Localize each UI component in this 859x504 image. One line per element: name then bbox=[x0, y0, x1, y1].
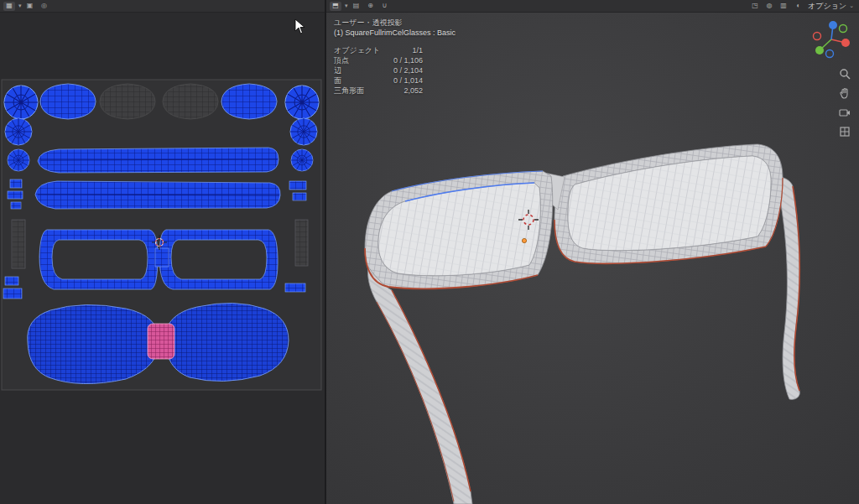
object-label: (1) SquareFullrimCelGlasses : Basic bbox=[334, 28, 456, 38]
navigation-gizmo[interactable] bbox=[809, 17, 854, 62]
options-dropdown[interactable]: オプション ⌄ bbox=[806, 1, 856, 12]
mode-select-icon[interactable]: ▤ bbox=[351, 2, 362, 11]
snap-magnet-icon[interactable]: ∪ bbox=[379, 2, 391, 11]
blender-window: ▦ ▾ ▣ ◎ bbox=[0, 0, 859, 504]
stat-triangles: 三角形面 2,052 bbox=[334, 86, 456, 96]
axis-y-handle bbox=[815, 46, 824, 55]
image-menu-icon[interactable]: ▣ bbox=[24, 2, 36, 11]
stat-faces: 面 0 / 1,014 bbox=[334, 75, 456, 86]
viewport-overlay: ユーザー・透視投影 (1) SquareFullrimCelGlasses : … bbox=[334, 18, 456, 96]
axis-neg-z-handle bbox=[826, 50, 834, 58]
viewport-header: ⬒ ▾ ▤ ⊕ ∪ ◳ ◍ ▥ ◖ オプション ⌄ bbox=[326, 0, 859, 13]
object-origin-dot bbox=[522, 238, 526, 242]
camera-view-icon[interactable] bbox=[838, 106, 851, 118]
pane-divider[interactable] bbox=[325, 0, 326, 504]
stat-edges: 辺 0 / 2,104 bbox=[334, 65, 456, 75]
move-hand-icon[interactable] bbox=[838, 86, 851, 99]
view-label: ユーザー・透視投影 bbox=[334, 18, 456, 28]
gizmo-toggle-icon[interactable]: ◳ bbox=[749, 2, 761, 11]
chevron-down-icon: ⌄ bbox=[849, 3, 854, 9]
viewport-3d-pane: ⬒ ▾ ▤ ⊕ ∪ ◳ ◍ ▥ ◖ オプション ⌄ ユーザー・透視投影 (1) … bbox=[326, 0, 859, 504]
uv-canvas[interactable] bbox=[0, 0, 325, 504]
editor-type-3d-icon[interactable]: ⬒ bbox=[330, 2, 341, 11]
zoom-icon[interactable] bbox=[838, 67, 851, 80]
pivot-point-icon[interactable]: ◎ bbox=[39, 2, 50, 11]
uv-editor-header: ▦ ▾ ▣ ◎ bbox=[0, 0, 325, 13]
transform-orientation-icon[interactable]: ⊕ bbox=[365, 2, 377, 11]
stat-objects: オブジェクト 1/1 bbox=[334, 45, 456, 55]
axis-x-handle bbox=[841, 39, 850, 47]
editor-type-uv-icon[interactable]: ▦ bbox=[3, 2, 15, 11]
axis-neg-x-handle bbox=[814, 33, 821, 40]
shading-mode-icon[interactable]: ◖ bbox=[792, 2, 804, 11]
stat-vertices: 頂点 0 / 1,106 bbox=[334, 55, 456, 65]
viewport-side-tools bbox=[838, 67, 851, 138]
uv-editor-pane: ▦ ▾ ▣ ◎ bbox=[0, 0, 325, 504]
axis-z-handle bbox=[829, 21, 837, 29]
options-label: オプション bbox=[808, 1, 846, 12]
overlays-toggle-icon[interactable]: ◍ bbox=[763, 2, 775, 11]
chevron-down-icon: ▾ bbox=[345, 3, 348, 9]
chevron-down-icon: ▾ bbox=[18, 3, 22, 9]
axis-neg-y-handle bbox=[840, 25, 847, 33]
toggle-ortho-icon[interactable] bbox=[838, 125, 851, 138]
xray-toggle-icon[interactable]: ▥ bbox=[778, 2, 789, 11]
